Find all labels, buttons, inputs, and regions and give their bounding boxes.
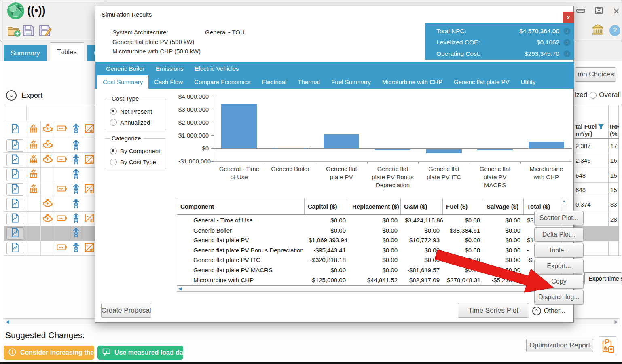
create-proposal-button[interactable]: Create Proposal bbox=[101, 303, 151, 318]
architecture-line-chp: Microturbine with CHP (50.0 kW) bbox=[112, 48, 201, 55]
radio-label: By Component bbox=[120, 148, 160, 154]
inverter-icon bbox=[85, 154, 94, 166]
grid-row[interactable] bbox=[4, 153, 95, 167]
context-delta-plot-button[interactable]: Delta Plot... bbox=[534, 227, 584, 242]
help-button[interactable]: ? bbox=[609, 25, 620, 36]
grid-cell bbox=[69, 197, 83, 212]
scroll-up-icon[interactable]: ▲ bbox=[561, 198, 567, 205]
column-header-0[interactable]: Component bbox=[177, 198, 305, 214]
table-horizontal-scrollbar[interactable]: ◀ bbox=[177, 285, 567, 292]
dialog-tab-cash-flow[interactable]: Cash Flow bbox=[148, 75, 188, 89]
library-icon[interactable] bbox=[592, 24, 604, 37]
other-toggle[interactable]: ⌃ Other... bbox=[532, 307, 565, 315]
dialog-tab-generic-flat-plate-pv[interactable]: Generic flat plate PV bbox=[448, 75, 515, 89]
filter-funnel-icon[interactable] bbox=[598, 124, 604, 131]
info-icon[interactable]: i bbox=[563, 39, 571, 46]
context-copy-button[interactable]: Copy bbox=[534, 274, 584, 289]
radio-unselected[interactable] bbox=[110, 159, 117, 165]
save-icon[interactable] bbox=[21, 24, 35, 39]
time-series-plot-button[interactable]: Time Series Plot bbox=[458, 303, 529, 318]
grid-row[interactable] bbox=[4, 138, 95, 153]
radio-option-by-cost-type[interactable]: By Cost Type bbox=[110, 159, 156, 165]
grid-cell bbox=[41, 212, 55, 226]
dialog-tab-electrical[interactable]: Electrical bbox=[256, 75, 292, 89]
grid-cell bbox=[41, 121, 55, 138]
column-header-1[interactable]: Capital ($) bbox=[305, 198, 349, 214]
context-dispatch-log-button[interactable]: Dispatch log... bbox=[534, 290, 584, 305]
bar-4 bbox=[426, 149, 462, 153]
dialog-tab-cost-summary[interactable]: Cost Summary bbox=[97, 75, 148, 89]
export-collapse-icon[interactable]: ⌄ bbox=[6, 90, 17, 101]
open-project-icon[interactable] bbox=[7, 24, 21, 39]
simulation-file-button[interactable] bbox=[6, 154, 23, 166]
context-scatter-plot-button[interactable]: Scatter Plot... bbox=[534, 211, 584, 225]
grid-row[interactable] bbox=[4, 241, 95, 256]
grid-row[interactable] bbox=[4, 226, 95, 241]
main-tab-summary[interactable]: Summary bbox=[4, 45, 47, 61]
simulation-file-button[interactable] bbox=[6, 183, 23, 196]
info-icon[interactable]: i bbox=[563, 28, 571, 35]
overall-radio[interactable] bbox=[590, 92, 597, 99]
metric-value: $4,570,364.00 bbox=[519, 28, 559, 35]
export-label[interactable]: Export bbox=[21, 91, 42, 100]
info-icon[interactable]: i bbox=[563, 50, 571, 57]
context-export-button[interactable]: Export... bbox=[534, 259, 584, 273]
dialog-close-button[interactable]: x bbox=[563, 12, 574, 23]
dialog-tab-electric-vehicles[interactable]: Electric Vehicles bbox=[189, 62, 244, 75]
suggestion-warning-button[interactable]: Consider increasing the ( bbox=[4, 346, 94, 360]
simulation-file-button[interactable] bbox=[6, 198, 23, 210]
column-header-4[interactable]: Fuel ($) bbox=[443, 198, 483, 214]
optimization-report-icon[interactable] bbox=[599, 336, 617, 355]
dialog-tab-emissions[interactable]: Emissions bbox=[150, 62, 189, 75]
dialog-tab-microturbine-with-chp[interactable]: Microturbine with CHP bbox=[377, 75, 448, 89]
context-table-button[interactable]: Table... bbox=[534, 243, 584, 258]
radio-option-net-present[interactable]: Net Present bbox=[110, 108, 152, 115]
grid-cell bbox=[41, 241, 55, 256]
dialog-tab-utility[interactable]: Utility bbox=[515, 75, 541, 89]
cost-value: $278,048.31 bbox=[443, 277, 480, 284]
radio-option-by-component[interactable]: By Component bbox=[110, 148, 160, 154]
grid-cell bbox=[4, 182, 26, 197]
table-scroll-left-icon[interactable]: ◀ bbox=[177, 286, 567, 291]
dialog-tab-generic-boiler[interactable]: Generic Boiler bbox=[100, 62, 150, 75]
maximize-button[interactable] bbox=[595, 7, 603, 16]
suggestion-info-button[interactable]: Use measured load data bbox=[97, 346, 183, 360]
minimize-button[interactable] bbox=[576, 8, 585, 15]
grid-cell bbox=[55, 182, 69, 197]
grid-row[interactable] bbox=[4, 212, 95, 226]
grid-row[interactable] bbox=[4, 197, 95, 212]
grid-cell bbox=[83, 182, 95, 197]
simulation-file-button[interactable] bbox=[6, 227, 23, 240]
radio-selected[interactable] bbox=[110, 148, 117, 154]
scroll-left-icon[interactable]: ◀ bbox=[6, 319, 9, 324]
bar-1 bbox=[273, 148, 308, 149]
grid-row[interactable] bbox=[4, 182, 95, 197]
grid-cell bbox=[41, 182, 55, 197]
radio-unselected[interactable] bbox=[110, 119, 117, 126]
cost-value: $0.00 bbox=[483, 256, 520, 263]
main-tab-tables[interactable]: Tables bbox=[50, 42, 84, 61]
save-as-icon[interactable] bbox=[38, 24, 53, 39]
column-header-5[interactable]: Salvage ($) bbox=[483, 198, 524, 214]
dialog-tab-fuel-summary[interactable]: Fuel Summary bbox=[326, 75, 377, 89]
grid-cell bbox=[55, 121, 69, 138]
dialog-tab-thermal[interactable]: Thermal bbox=[292, 75, 326, 89]
optimization-report-button[interactable]: Optimization Report bbox=[526, 339, 593, 352]
y-tick-mark bbox=[211, 135, 214, 136]
x-category-label: Generic flatplate PV ITC bbox=[418, 165, 470, 181]
column-header-2[interactable]: Replacement ($) bbox=[349, 198, 401, 214]
simulation-file-button[interactable] bbox=[6, 139, 23, 152]
simulation-file-button[interactable] bbox=[6, 169, 23, 181]
close-window-button[interactable]: ✕ bbox=[613, 6, 620, 16]
simulation-file-button[interactable] bbox=[6, 242, 23, 254]
simulation-file-button[interactable] bbox=[6, 213, 23, 225]
scroll-right-icon[interactable]: ▶ bbox=[615, 319, 618, 324]
radio-selected[interactable] bbox=[110, 108, 117, 115]
column-header-3[interactable]: O&M ($) bbox=[401, 198, 443, 214]
dialog-tab-compare-economics[interactable]: Compare Economics bbox=[188, 75, 256, 89]
radio-option-annualized[interactable]: Annualized bbox=[110, 119, 150, 126]
column-choices-button[interactable]: mn Choices... bbox=[575, 67, 616, 82]
y-tick-mark bbox=[211, 97, 214, 97]
grid-row[interactable] bbox=[4, 168, 95, 182]
cost-value: $0.00 bbox=[349, 267, 398, 273]
